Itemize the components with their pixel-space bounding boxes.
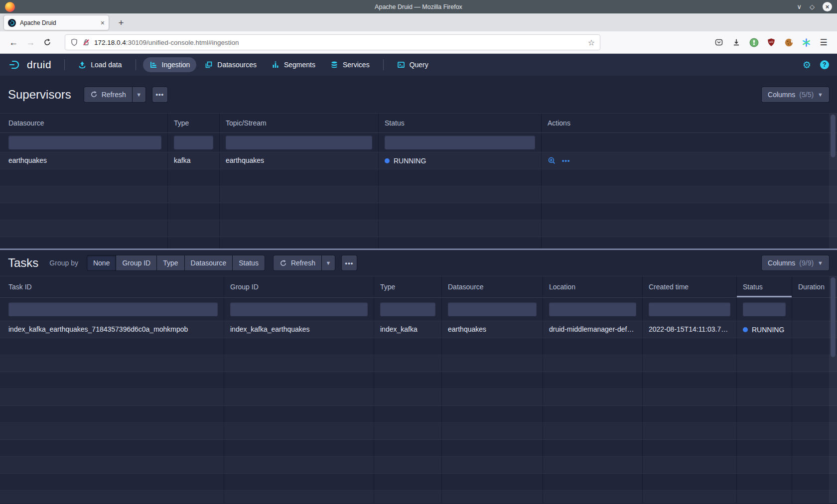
nav-item-label: Ingestion bbox=[162, 61, 190, 69]
nav-item-datasources[interactable]: Datasources bbox=[198, 57, 263, 72]
services-icon bbox=[330, 61, 338, 69]
tab-apache-druid[interactable]: Apache Druid × bbox=[4, 15, 109, 30]
group-by-status-button[interactable]: Status bbox=[233, 255, 265, 270]
supervisors-refresh-caret-button[interactable]: ▼ bbox=[133, 87, 145, 102]
type-filter-input[interactable] bbox=[380, 302, 435, 316]
inspect-detail-icon[interactable] bbox=[548, 156, 556, 165]
empty-table-row bbox=[0, 203, 837, 220]
url-bar[interactable]: 172.18.0.4:30109/unified-console.html#in… bbox=[65, 34, 600, 50]
supervisors-scrollbar[interactable] bbox=[829, 114, 837, 249]
chevron-down-icon: ▼ bbox=[136, 92, 141, 98]
nav-item-services[interactable]: Services bbox=[324, 57, 376, 72]
column-header-datasource[interactable]: Datasource bbox=[0, 114, 168, 132]
column-header-type[interactable]: Type bbox=[374, 276, 442, 297]
cookie-icon[interactable] bbox=[783, 37, 794, 48]
group-id-filter-input[interactable] bbox=[230, 302, 368, 316]
datasource-filter-input[interactable] bbox=[8, 135, 161, 149]
tasks-refresh-caret-button[interactable]: ▼ bbox=[322, 255, 335, 270]
minimize-icon[interactable]: ∨ bbox=[797, 3, 802, 10]
task-datasource: earthquakes bbox=[442, 321, 543, 338]
refresh-icon bbox=[90, 91, 98, 98]
created-time-filter-input[interactable] bbox=[649, 302, 730, 316]
bookmark-star-icon[interactable]: ☆ bbox=[588, 38, 595, 47]
forward-button[interactable]: → bbox=[22, 35, 39, 50]
ublock-shield-icon[interactable]: uO bbox=[766, 37, 777, 48]
empty-table-row bbox=[0, 474, 837, 491]
datasource-filter-input[interactable] bbox=[448, 302, 537, 316]
tab-bar: Apache Druid × + bbox=[0, 13, 837, 31]
nav-item-label: Query bbox=[410, 61, 428, 69]
column-header-created-time[interactable]: Created time bbox=[643, 276, 737, 297]
close-icon[interactable]: × bbox=[823, 2, 832, 11]
supervisor-row-earthquakes[interactable]: earthquakes kafka earthquakes RUNNING • bbox=[0, 152, 837, 169]
status-filter-input[interactable] bbox=[385, 135, 535, 149]
nav-divider bbox=[383, 59, 384, 70]
new-tab-button[interactable]: + bbox=[114, 15, 129, 30]
empty-table-row bbox=[0, 220, 837, 237]
menu-icon[interactable]: ☰ bbox=[818, 37, 829, 48]
tasks-refresh-button[interactable]: Refresh bbox=[274, 255, 321, 270]
pocket-icon[interactable] bbox=[713, 37, 724, 48]
tasks-scrollbar[interactable] bbox=[829, 276, 837, 503]
maximize-icon[interactable]: ◇ bbox=[810, 3, 815, 10]
shield-icon[interactable] bbox=[70, 38, 78, 46]
reload-button[interactable] bbox=[39, 35, 56, 50]
supervisors-title: Supervisors bbox=[8, 88, 71, 102]
supervisors-refresh-button[interactable]: Refresh bbox=[84, 87, 132, 102]
help-icon[interactable]: ? bbox=[820, 60, 829, 69]
nav-item-ingestion[interactable]: Ingestion bbox=[143, 57, 197, 72]
empty-table-row bbox=[0, 440, 837, 457]
column-header-status[interactable]: Status bbox=[379, 114, 542, 132]
task-type: index_kafka bbox=[374, 321, 442, 338]
chevron-down-icon: ▼ bbox=[818, 260, 823, 266]
url-text[interactable]: 172.18.0.4:30109/unified-console.html#in… bbox=[94, 39, 584, 46]
location-filter-input[interactable] bbox=[549, 302, 636, 316]
column-header-location[interactable]: Location bbox=[543, 276, 643, 297]
nav-item-load-data[interactable]: Load data bbox=[72, 57, 128, 72]
group-by-group-id-button[interactable]: Group ID bbox=[116, 255, 156, 270]
group-by-none-button[interactable]: None bbox=[87, 255, 116, 270]
tasks-table: Task ID Group ID Type Datasource Locatio… bbox=[0, 276, 837, 503]
refresh-icon bbox=[279, 259, 287, 267]
topic-stream-filter-input[interactable] bbox=[226, 135, 372, 149]
column-header-topic-stream[interactable]: Topic/Stream bbox=[220, 114, 379, 132]
nav-item-label: Segments bbox=[284, 61, 315, 69]
tasks-columns-button[interactable]: Columns (9/9) ▼ bbox=[762, 255, 829, 270]
tasks-more-button[interactable]: ••• bbox=[342, 255, 357, 270]
supervisors-more-button[interactable]: ••• bbox=[152, 87, 167, 102]
columns-label: Columns bbox=[768, 91, 795, 99]
column-header-group-id[interactable]: Group ID bbox=[224, 276, 374, 297]
settings-gear-icon[interactable]: ⚙ bbox=[803, 59, 811, 71]
status-text: RUNNING bbox=[752, 326, 784, 334]
druid-logo[interactable]: druid bbox=[8, 59, 51, 71]
column-header-task-id[interactable]: Task ID bbox=[0, 276, 224, 297]
group-by-datasource-button[interactable]: Datasource bbox=[185, 255, 233, 270]
task-id-filter-input[interactable] bbox=[8, 302, 218, 316]
group-by-button-group: None Group ID Type Datasource Status bbox=[87, 255, 265, 270]
column-header-type[interactable]: Type bbox=[168, 114, 220, 132]
column-header-status-sorted[interactable]: Status bbox=[737, 276, 792, 297]
back-button[interactable]: ← bbox=[5, 35, 22, 50]
supervisors-columns-button[interactable]: Columns (5/5) ▼ bbox=[762, 87, 829, 102]
group-by-type-button[interactable]: Type bbox=[157, 255, 184, 270]
url-host: 172.18.0.4 bbox=[94, 39, 126, 46]
group-by-label: Group by bbox=[49, 259, 78, 267]
insecure-lock-icon[interactable] bbox=[82, 38, 90, 46]
segments-icon bbox=[272, 61, 279, 69]
downloads-icon[interactable] bbox=[731, 37, 742, 48]
extension-green-icon[interactable] bbox=[748, 37, 759, 48]
status-running-dot bbox=[385, 158, 390, 163]
type-filter-input[interactable] bbox=[174, 135, 213, 149]
task-group-id: index_kafka_earthquakes bbox=[224, 321, 374, 338]
ingestion-icon bbox=[149, 61, 157, 69]
row-more-actions-button[interactable]: ••• bbox=[562, 157, 570, 164]
empty-table-row bbox=[0, 423, 837, 440]
nav-item-query[interactable]: Query bbox=[391, 57, 435, 72]
tasks-body: index_kafka_earthquakes_7184357396d6c0a_… bbox=[0, 321, 837, 503]
status-filter-input[interactable] bbox=[743, 302, 786, 316]
tab-close-icon[interactable]: × bbox=[101, 19, 105, 27]
container-asterisk-icon[interactable] bbox=[801, 37, 812, 48]
task-row-index-kafka-earthquakes[interactable]: index_kafka_earthquakes_7184357396d6c0a_… bbox=[0, 321, 837, 338]
nav-item-segments[interactable]: Segments bbox=[265, 57, 322, 72]
column-header-datasource[interactable]: Datasource bbox=[442, 276, 543, 297]
